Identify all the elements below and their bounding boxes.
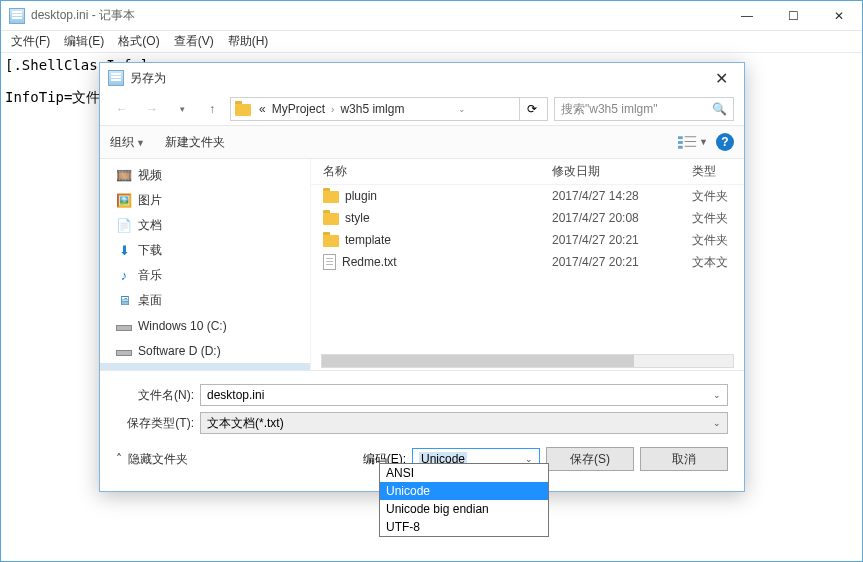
file-date: 2017/4/27 20:08 bbox=[552, 211, 692, 225]
file-name: style bbox=[345, 211, 370, 225]
sidebar-item-music[interactable]: ♪音乐 bbox=[100, 263, 310, 288]
chevron-down-icon[interactable]: ⌄ bbox=[713, 390, 721, 400]
nav-forward-button[interactable]: → bbox=[140, 97, 164, 121]
notepad-menu: 文件(F) 编辑(E) 格式(O) 查看(V) 帮助(H) bbox=[1, 31, 862, 53]
help-button[interactable]: ? bbox=[716, 133, 734, 151]
sidebar-item-label: 视频 bbox=[138, 167, 162, 184]
menu-help[interactable]: 帮助(H) bbox=[228, 33, 269, 50]
cancel-button[interactable]: 取消 bbox=[640, 447, 728, 471]
sidebar-item-label: Work&Ent E (E:) bbox=[138, 369, 226, 371]
filetype-label: 保存类型(T): bbox=[116, 415, 194, 432]
filename-input[interactable]: desktop.ini⌄ bbox=[200, 384, 728, 406]
address-bar[interactable]: « MyProject › w3h5 imlgm ⌄ ⟳ bbox=[230, 97, 548, 121]
file-list-header: 名称 修改日期 类型 bbox=[311, 159, 744, 185]
sidebar-item-label: 下载 bbox=[138, 242, 162, 259]
music-icon: ♪ bbox=[116, 268, 132, 284]
encoding-dropdown[interactable]: ANSI Unicode Unicode big endian UTF-8 bbox=[379, 463, 549, 537]
file-list: 名称 修改日期 类型 plugin 2017/4/27 14:28 文件夹 st… bbox=[310, 159, 744, 370]
encoding-option-unicode[interactable]: Unicode bbox=[380, 482, 548, 500]
sidebar-item-drive-d[interactable]: Software D (D:) bbox=[100, 338, 310, 363]
chevron-down-icon[interactable]: ⌄ bbox=[713, 418, 721, 428]
menu-view[interactable]: 查看(V) bbox=[174, 33, 214, 50]
encoding-option-unicode-be[interactable]: Unicode big endian bbox=[380, 500, 548, 518]
column-date[interactable]: 修改日期 bbox=[552, 163, 692, 180]
sidebar-item-label: 文档 bbox=[138, 217, 162, 234]
folder-icon bbox=[235, 104, 251, 116]
file-name: Redme.txt bbox=[342, 255, 397, 269]
sidebar-item-pictures[interactable]: 🖼️图片 bbox=[100, 188, 310, 213]
image-icon: 🖼️ bbox=[116, 193, 132, 209]
svg-rect-4 bbox=[678, 146, 683, 149]
doc-icon: 📄 bbox=[116, 218, 132, 234]
dialog-titlebar: 另存为 ✕ bbox=[100, 63, 744, 93]
form-area: 文件名(N): desktop.ini⌄ 保存类型(T): 文本文档(*.txt… bbox=[100, 371, 744, 437]
scrollbar-thumb[interactable] bbox=[322, 355, 634, 367]
nav-up-button[interactable]: ↑ bbox=[200, 97, 224, 121]
organize-menu[interactable]: 组织▼ bbox=[110, 134, 145, 151]
folder-icon bbox=[323, 235, 339, 247]
toolbar: 组织▼ 新建文件夹 ▼ ? bbox=[100, 125, 744, 159]
notepad-title-text: desktop.ini - 记事本 bbox=[31, 7, 135, 24]
sidebar-item-label: 音乐 bbox=[138, 267, 162, 284]
file-row[interactable]: style 2017/4/27 20:08 文件夹 bbox=[311, 207, 744, 229]
filetype-select[interactable]: 文本文档(*.txt)⌄ bbox=[200, 412, 728, 434]
sidebar-item-label: 图片 bbox=[138, 192, 162, 209]
filename-label: 文件名(N): bbox=[116, 387, 194, 404]
filetype-value: 文本文档(*.txt) bbox=[207, 415, 284, 432]
file-row[interactable]: plugin 2017/4/27 14:28 文件夹 bbox=[311, 185, 744, 207]
svg-rect-0 bbox=[678, 136, 683, 139]
file-name: plugin bbox=[345, 189, 377, 203]
svg-rect-2 bbox=[678, 141, 683, 144]
chevron-up-icon: ˄ bbox=[116, 452, 122, 466]
notepad-titlebar: desktop.ini - 记事本 — ☐ ✕ bbox=[1, 1, 862, 31]
encoding-option-utf8[interactable]: UTF-8 bbox=[380, 518, 548, 536]
nav-back-button[interactable]: ← bbox=[110, 97, 134, 121]
file-type: 文件夹 bbox=[692, 188, 744, 205]
save-button[interactable]: 保存(S) bbox=[546, 447, 634, 471]
file-row[interactable]: template 2017/4/27 20:21 文件夹 bbox=[311, 229, 744, 251]
column-type[interactable]: 类型 bbox=[692, 163, 744, 180]
breadcrumb-seg-2[interactable]: w3h5 imlgm bbox=[340, 102, 404, 116]
file-row[interactable]: Redme.txt 2017/4/27 20:21 文本文 bbox=[311, 251, 744, 273]
maximize-button[interactable]: ☐ bbox=[770, 1, 816, 31]
file-date: 2017/4/27 20:21 bbox=[552, 255, 692, 269]
sidebar-item-downloads[interactable]: ⬇下载 bbox=[100, 238, 310, 263]
horizontal-scrollbar[interactable] bbox=[321, 354, 734, 368]
drive-icon bbox=[116, 318, 132, 334]
menu-file[interactable]: 文件(F) bbox=[11, 33, 50, 50]
folder-icon bbox=[323, 191, 339, 203]
drive-icon bbox=[116, 343, 132, 359]
refresh-button[interactable]: ⟳ bbox=[519, 98, 543, 120]
minimize-button[interactable]: — bbox=[724, 1, 770, 31]
dialog-icon bbox=[108, 70, 124, 86]
sidebar: 🎞️视频 🖼️图片 📄文档 ⬇下载 ♪音乐 🖥桌面 Windows 10 (C:… bbox=[100, 159, 310, 370]
svg-rect-1 bbox=[685, 136, 696, 137]
recent-locations-button[interactable]: ▾ bbox=[170, 97, 194, 121]
view-mode-button[interactable]: ▼ bbox=[678, 132, 708, 152]
encoding-option-ansi[interactable]: ANSI bbox=[380, 464, 548, 482]
svg-rect-5 bbox=[685, 146, 696, 147]
search-input[interactable]: 搜索"w3h5 imlgm" 🔍 bbox=[554, 97, 734, 121]
download-icon: ⬇ bbox=[116, 243, 132, 259]
file-type: 文件夹 bbox=[692, 210, 744, 227]
hide-folders-toggle[interactable]: ˄ 隐藏文件夹 bbox=[116, 451, 188, 468]
sidebar-item-desktop[interactable]: 🖥桌面 bbox=[100, 288, 310, 313]
file-icon bbox=[323, 254, 336, 270]
menu-edit[interactable]: 编辑(E) bbox=[64, 33, 104, 50]
sidebar-item-drive-e[interactable]: Work&Ent E (E:) bbox=[100, 363, 310, 370]
file-type: 文件夹 bbox=[692, 232, 744, 249]
new-folder-button[interactable]: 新建文件夹 bbox=[165, 134, 225, 151]
dialog-close-button[interactable]: ✕ bbox=[698, 63, 744, 93]
sidebar-item-documents[interactable]: 📄文档 bbox=[100, 213, 310, 238]
column-name[interactable]: 名称 bbox=[311, 163, 552, 180]
menu-format[interactable]: 格式(O) bbox=[118, 33, 159, 50]
svg-rect-3 bbox=[685, 141, 696, 142]
breadcrumb-seg-1[interactable]: MyProject bbox=[272, 102, 325, 116]
sidebar-item-drive-c[interactable]: Windows 10 (C:) bbox=[100, 313, 310, 338]
sidebar-item-video[interactable]: 🎞️视频 bbox=[100, 163, 310, 188]
address-dropdown-button[interactable]: ⌄ bbox=[450, 98, 474, 120]
save-as-dialog: 另存为 ✕ ← → ▾ ↑ « MyProject › w3h5 imlgm ⌄… bbox=[99, 62, 745, 492]
sidebar-item-label: Windows 10 (C:) bbox=[138, 319, 227, 333]
close-button[interactable]: ✕ bbox=[816, 1, 862, 31]
search-icon: 🔍 bbox=[712, 102, 727, 116]
